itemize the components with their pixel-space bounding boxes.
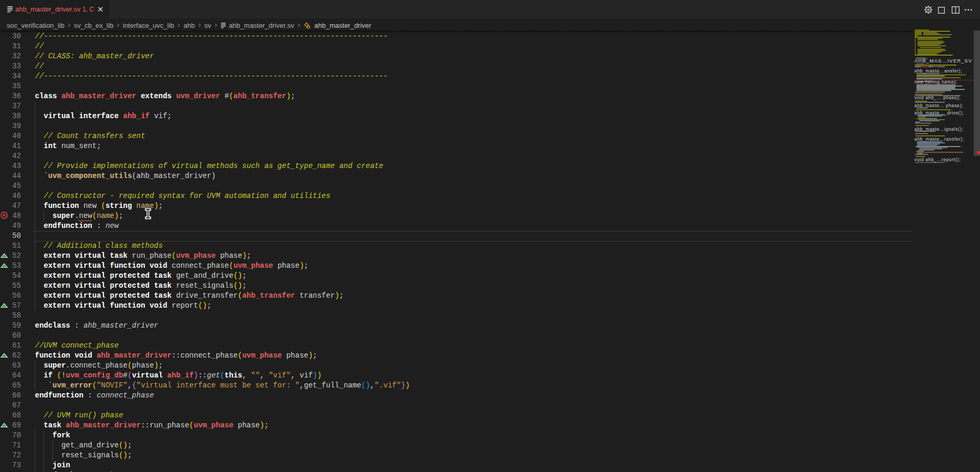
svg-text:ahb_maste…_drive();: ahb_maste…_drive();: [914, 110, 964, 116]
svg-text:ahb_maste… phase);: ahb_maste… phase);: [914, 103, 963, 108]
svg-text:AHB_MAS…IVER_SV: AHB_MAS…IVER_SV: [914, 58, 972, 64]
svg-text:void ahb_…report();: void ahb_…report();: [914, 157, 961, 162]
svg-text:ahb_maste…ansfer);: ahb_maste…ansfer);: [914, 68, 962, 74]
svg-text:new (string name);: new (string name);: [914, 79, 957, 85]
svg-text:void ahb_… phase);: void ahb_… phase);: [914, 95, 961, 100]
svg-text:ahb_maste…ignals();: ahb_maste…ignals();: [914, 127, 963, 132]
svg-text:ahb_maste…ransfer);: ahb_maste…ransfer);: [914, 137, 964, 142]
